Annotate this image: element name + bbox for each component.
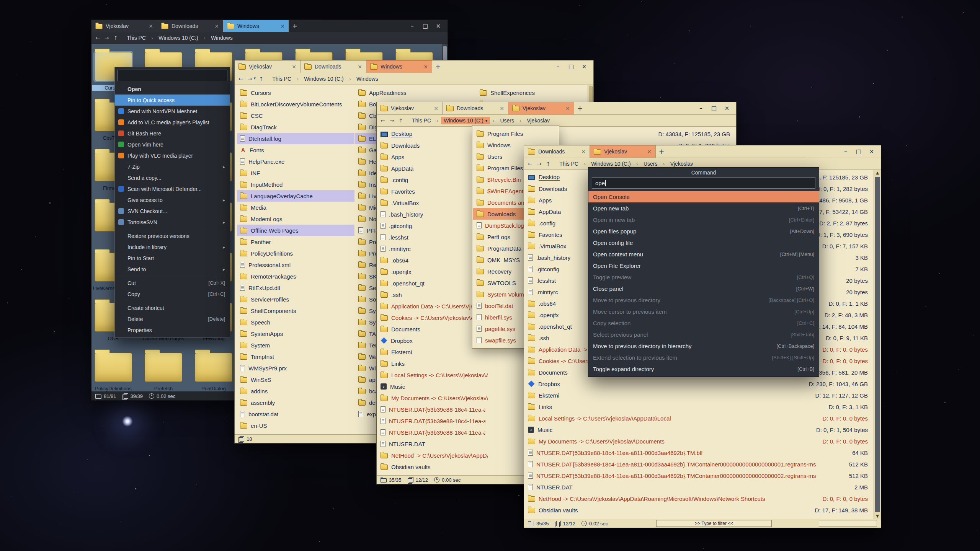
tab-close-icon[interactable]: ×: [214, 23, 219, 29]
file-row-diagtrack[interactable]: DiagTrack: [237, 121, 354, 133]
tab-close-icon[interactable]: ×: [434, 105, 438, 111]
breadcrumb-item-vjekoslav[interactable]: Vjekoslav: [524, 117, 552, 124]
file-row-ntuser-dat-53b39e88-18c4-11ea-a811-000d3aa4692b-tmcontainer00000000000000000001-regtrans-ms[interactable]: NTUSER.DAT{53b39e88-18c4-11ea-a811-000d3…: [525, 458, 880, 470]
menu-item-send-a-copy[interactable]: Send a copy...: [115, 172, 230, 183]
tab-vjekoslav[interactable]: Vjekoslav×: [91, 20, 157, 32]
palette-command-toggle-preview[interactable]: Toggle preview[Ctrl+Q]: [588, 271, 819, 283]
palette-command-open-new-tab[interactable]: Open new tab[Ctrl+T]: [588, 202, 819, 214]
scroll-up-icon[interactable]: ▲: [874, 171, 881, 175]
tab-vjekoslav[interactable]: Vjekoslav×: [235, 60, 301, 73]
tab-close-icon[interactable]: ×: [358, 64, 362, 70]
up-icon[interactable]: ↑: [259, 76, 263, 82]
tab-downloads[interactable]: Downloads×: [443, 102, 508, 114]
file-row-systemapps[interactable]: SystemApps: [237, 328, 354, 339]
type-to-filter-box[interactable]: >> Type to filter <<: [656, 520, 772, 527]
menu-item-create-shortcut[interactable]: Create shortcut: [115, 302, 230, 313]
breadcrumb-item-users[interactable]: Users: [641, 160, 660, 168]
breadcrumb-item-windows-10-c[interactable]: Windows 10 (C:): [301, 75, 346, 83]
scrollbar[interactable]: ▲ ▼: [874, 170, 881, 519]
file-row-links[interactable]: LinksD: 0, F: 3, 1 KB: [525, 401, 880, 412]
file-manager-window-user-front[interactable]: Downloads×Vjekoslav×+ –□× ←→↑ This PC›Wi…: [524, 145, 881, 528]
new-tab-button[interactable]: +: [432, 60, 444, 73]
file-row-ntuser-dat-53b39e88-18c4-11ea-a811-000d3aa4692b-tmcontainer00000000000000000002-regtrans-ms[interactable]: NTUSER.DAT{53b39e88-18c4-11ea-a811-000d3…: [525, 470, 880, 481]
window-minimize-button[interactable]: –: [406, 23, 418, 29]
palette-command-open-console[interactable]: Open Console: [588, 191, 819, 202]
new-tab-button[interactable]: +: [574, 102, 586, 114]
breadcrumb-item-vjekoslav[interactable]: Vjekoslav: [668, 160, 696, 168]
scrollbar-thumb[interactable]: [875, 177, 880, 512]
file-row-panther[interactable]: Panther: [237, 236, 354, 248]
tab-close-icon[interactable]: ×: [292, 64, 296, 70]
file-row-wmsyspr9-prx[interactable]: WMSysPr9.prx: [237, 362, 354, 374]
file-row-ntuser-dat[interactable]: NTUSER.DAT2 MB: [525, 481, 880, 493]
forward-icon[interactable]: →: [105, 35, 109, 41]
up-icon[interactable]: ↑: [546, 161, 550, 167]
up-icon[interactable]: ↑: [113, 35, 118, 41]
breadcrumb-item-windows[interactable]: Windows: [208, 34, 235, 42]
file-row-assembly[interactable]: assembly: [237, 397, 354, 408]
breadcrumb-item-this-pc[interactable]: This PC: [409, 117, 434, 124]
menu-item-pin-to-start[interactable]: Pin to Start: [115, 253, 230, 264]
palette-command-extend-selection-to-previous-item[interactable]: Extend selection to previous item[Shift+…: [588, 352, 819, 363]
window-close-button[interactable]: ×: [432, 23, 444, 29]
file-row-local-settings[interactable]: Local Settings -> C:\Users\Vjekoslav\App…: [525, 412, 880, 424]
tab-close-icon[interactable]: ×: [581, 148, 586, 155]
file-row-modemlogs[interactable]: ModemLogs: [237, 213, 354, 225]
history-dropdown-icon[interactable]: ▾: [253, 76, 254, 82]
menu-item-send-to[interactable]: Send to▸: [115, 264, 230, 275]
breadcrumb-item-windows-10-c[interactable]: Windows 10 (C:): [156, 34, 201, 42]
grid-item[interactable]: PolicyDefinitions: [92, 348, 134, 391]
file-row-eksterni[interactable]: EksterniD: 12, F: 127, 12 GB: [525, 390, 880, 401]
menu-item-delete[interactable]: Delete[Delete]: [115, 313, 230, 324]
file-row-music[interactable]: ♪MusicD: 0, F: 1, 504 bytes: [525, 424, 880, 435]
file-row-dropbox[interactable]: DropboxD: 230, F: 1043, 46 GB: [525, 378, 880, 390]
window-maximize-button[interactable]: □: [419, 23, 431, 29]
palette-search-input[interactable]: ope: [592, 177, 815, 189]
window-titlebar[interactable]: Downloads×Vjekoslav×+ –□×: [524, 145, 881, 158]
palette-command-close-panel[interactable]: Close panel[Ctrl+W]: [588, 283, 819, 294]
tab-close-icon[interactable]: ×: [647, 148, 652, 155]
forward-icon[interactable]: →: [248, 76, 252, 82]
file-row-inputmethod[interactable]: InputMethod: [237, 179, 354, 190]
tab-close-icon[interactable]: ×: [423, 64, 428, 70]
file-row-serviceprofiles[interactable]: ServiceProfiles: [237, 293, 354, 305]
file-row-ntuser-dat-53b39e88-18c4-11ea-a811-000d3aa4692b-tm-blf[interactable]: NTUSER.DAT{53b39e88-18c4-11ea-a811-000d3…: [525, 447, 880, 458]
menu-item-7-zip[interactable]: 7-Zip▸: [115, 161, 230, 172]
breadcrumb-item-windows-10-c[interactable]: Windows 10 (C:)▾: [441, 117, 490, 124]
file-row-policydefinitions[interactable]: PolicyDefinitions: [237, 248, 354, 259]
menu-item-open[interactable]: Open: [115, 83, 230, 95]
menu-item-cut[interactable]: Cut[Ctrl+X]: [115, 277, 230, 289]
menu-item-tortoisesvn[interactable]: TortoiseSVN▸: [115, 217, 230, 228]
file-row-obsidian-vaults[interactable]: Obsidian vaultsD: 17, F: 149, 38 MB: [525, 504, 880, 516]
tab-close-icon[interactable]: ×: [500, 105, 504, 111]
menu-filter-input[interactable]: [117, 70, 227, 81]
file-row-system[interactable]: System: [237, 339, 354, 351]
back-icon[interactable]: ←: [528, 161, 532, 167]
palette-command-copy-selection[interactable]: Copy selection[Ctrl+C]: [588, 317, 819, 329]
tab-close-icon[interactable]: ×: [280, 23, 285, 29]
file-row-program-files[interactable]: Program Files: [473, 128, 559, 139]
window-close-button[interactable]: ×: [578, 63, 590, 70]
file-row-winsxs[interactable]: WinSxS: [237, 374, 354, 385]
file-row-professional-xml[interactable]: Professional.xml: [237, 259, 354, 271]
window-titlebar[interactable]: Vjekoslav×Downloads×Windows×+ –□×: [235, 60, 593, 73]
tab-windows[interactable]: Windows×: [366, 60, 432, 73]
window-minimize-button[interactable]: –: [552, 63, 564, 70]
window-minimize-button[interactable]: –: [695, 105, 707, 112]
tab-vjekoslav[interactable]: Vjekoslav×: [508, 102, 574, 114]
window-close-button[interactable]: ×: [866, 148, 878, 155]
menu-item-properties[interactable]: Properties: [115, 324, 230, 336]
menu-item-pin-to-quick-access[interactable]: Pin to Quick access: [115, 95, 230, 106]
menu-item-add-to-vlc-media-player-s-playlist[interactable]: Add to VLC media player's Playlist: [115, 117, 230, 128]
scroll-down-icon[interactable]: ▼: [874, 514, 881, 518]
menu-item-git-bash-here[interactable]: Git Bash Here: [115, 128, 230, 139]
menu-item-play-with-vlc-media-player[interactable]: Play with VLC media player: [115, 150, 230, 161]
breadcrumb-item-windows[interactable]: Windows: [354, 75, 381, 83]
file-row-remotepackages[interactable]: RemotePackages: [237, 271, 354, 282]
window-titlebar[interactable]: Vjekoslav×Downloads×Vjekoslav×+ –□×: [377, 102, 736, 115]
window-maximize-button[interactable]: □: [565, 63, 577, 70]
breadcrumb-item-windows-10-c[interactable]: Windows 10 (C:): [588, 160, 633, 168]
forward-icon[interactable]: →: [537, 161, 542, 167]
back-icon[interactable]: ←: [95, 35, 100, 41]
file-row-csc[interactable]: CSC: [237, 110, 354, 121]
